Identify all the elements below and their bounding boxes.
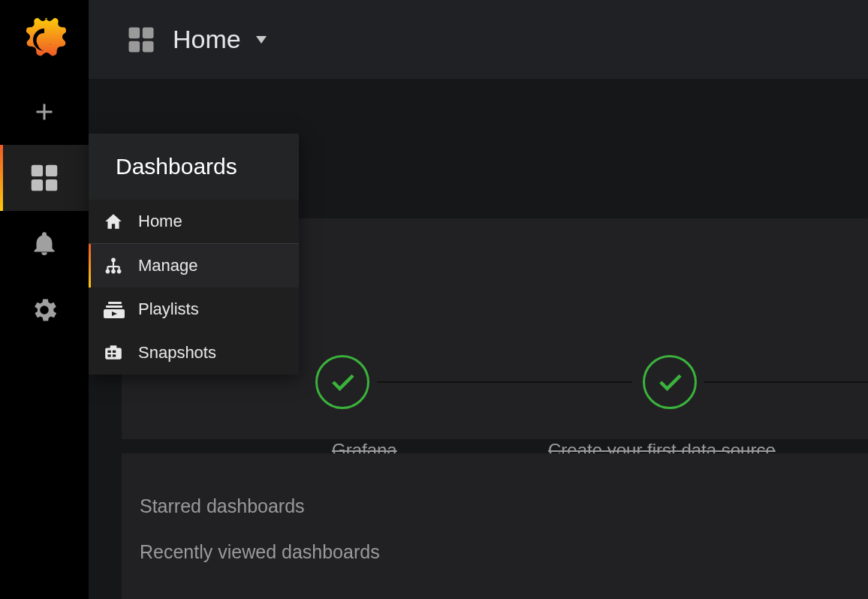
- topbar: Home: [89, 0, 868, 79]
- dashboards-panel: Starred dashboards Recently viewed dashb…: [122, 453, 868, 599]
- svg-rect-3: [46, 179, 57, 191]
- submenu-title: Dashboards: [89, 134, 299, 200]
- grafana-swirl-icon: [21, 15, 68, 65]
- svg-rect-8: [108, 302, 122, 304]
- submenu-item-snapshots[interactable]: Snapshots: [89, 331, 299, 375]
- sidebar-alerting[interactable]: [0, 211, 89, 277]
- svg-rect-16: [143, 41, 154, 52]
- submenu-item-playlists[interactable]: Playlists: [89, 287, 299, 331]
- onboarding-step-check: [643, 355, 697, 409]
- onboarding-step-check: [315, 355, 369, 409]
- onboarding-connector: [704, 381, 868, 383]
- starred-heading: Starred dashboards: [140, 495, 850, 517]
- bell-icon: [31, 229, 58, 259]
- camera-icon: [104, 343, 138, 363]
- svg-rect-15: [129, 41, 140, 52]
- submenu-item-label: Snapshots: [138, 343, 216, 363]
- grid-icon: [125, 23, 158, 56]
- sidebar-create[interactable]: [0, 79, 89, 145]
- sidebar-dashboards[interactable]: [0, 145, 89, 211]
- svg-rect-9: [106, 306, 122, 308]
- submenu-item-label: Playlists: [138, 300, 199, 319]
- svg-point-4: [111, 258, 116, 263]
- gear-icon: [29, 295, 59, 325]
- svg-point-5: [106, 269, 110, 274]
- dashboard-picker[interactable]: Home: [125, 23, 267, 56]
- submenu-item-manage[interactable]: Manage: [89, 244, 299, 287]
- svg-rect-14: [143, 27, 154, 38]
- check-icon: [327, 366, 358, 398]
- grafana-logo[interactable]: [0, 0, 89, 79]
- home-icon: [104, 212, 138, 231]
- svg-rect-0: [32, 165, 43, 176]
- sitemap-icon: [104, 256, 138, 275]
- onboarding-connector: [377, 381, 632, 383]
- sidebar-configuration[interactable]: [0, 277, 89, 343]
- svg-rect-11: [105, 348, 122, 360]
- svg-rect-13: [129, 27, 140, 38]
- caret-down-icon: [256, 36, 267, 44]
- svg-point-7: [117, 269, 122, 274]
- submenu-item-label: Manage: [138, 256, 198, 275]
- plus-icon: [31, 98, 58, 125]
- sidebar: [0, 0, 89, 599]
- svg-rect-1: [46, 165, 57, 176]
- submenu-item-label: Home: [138, 212, 182, 231]
- breadcrumb-title: Home: [173, 25, 241, 54]
- svg-point-6: [111, 269, 116, 274]
- submenu-item-home[interactable]: Home: [89, 200, 299, 243]
- svg-rect-12: [110, 345, 117, 348]
- dashboards-submenu: Dashboards Home Manage: [89, 134, 299, 375]
- recent-heading: Recently viewed dashboards: [140, 541, 850, 563]
- grid-icon: [27, 161, 62, 195]
- svg-rect-2: [32, 179, 43, 191]
- playlist-icon: [104, 300, 138, 319]
- check-icon: [654, 366, 686, 398]
